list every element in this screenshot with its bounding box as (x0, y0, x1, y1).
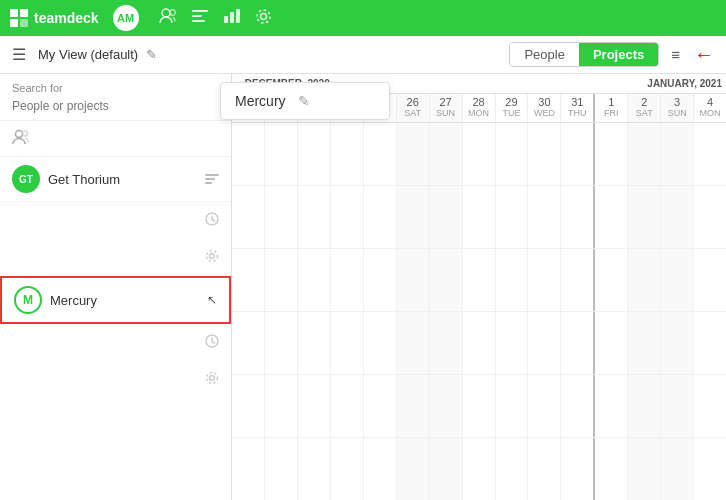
cal-cell[interactable] (331, 249, 364, 311)
cal-cell[interactable] (595, 123, 628, 185)
get-thorium-row[interactable]: GT Get Thorium (0, 157, 231, 202)
cal-cell[interactable] (561, 438, 595, 500)
cal-cell[interactable] (364, 123, 397, 185)
cal-cell[interactable] (528, 438, 561, 500)
cal-cell[interactable] (561, 186, 595, 248)
edit-view-icon[interactable]: ✎ (146, 47, 157, 62)
tab-people[interactable]: People (510, 43, 578, 66)
tooltip-edit-icon[interactable]: ✎ (298, 93, 310, 109)
cal-cell[interactable] (694, 249, 726, 311)
mercury-row[interactable]: M Mercury ↖ (0, 276, 231, 324)
cal-cell[interactable] (463, 312, 496, 374)
cal-cell[interactable] (661, 375, 694, 437)
cal-cell[interactable] (331, 123, 364, 185)
cal-cell[interactable] (463, 249, 496, 311)
cal-cell[interactable] (265, 312, 298, 374)
cal-cell[interactable] (430, 375, 463, 437)
user-avatar[interactable]: AM (113, 5, 139, 31)
cal-cell[interactable] (628, 249, 661, 311)
cal-cell[interactable] (265, 186, 298, 248)
cal-cell[interactable] (561, 123, 595, 185)
cal-cell[interactable] (430, 123, 463, 185)
cal-cell[interactable] (298, 438, 331, 500)
cal-cell[interactable] (496, 312, 529, 374)
cal-cell[interactable] (364, 249, 397, 311)
cal-cell[interactable] (561, 249, 595, 311)
cal-cell[interactable] (397, 249, 430, 311)
cal-cell[interactable] (331, 186, 364, 248)
cal-cell[interactable] (232, 375, 265, 437)
cal-cell[interactable] (496, 249, 529, 311)
cal-cell[interactable] (232, 123, 265, 185)
cal-cell[interactable] (331, 375, 364, 437)
chart-nav-icon[interactable] (223, 8, 241, 29)
cal-cell[interactable] (397, 312, 430, 374)
filter-icon[interactable]: ≡ (671, 46, 680, 63)
cal-cell[interactable] (331, 312, 364, 374)
cal-cell[interactable] (430, 312, 463, 374)
cal-cell[interactable] (463, 375, 496, 437)
cal-cell[interactable] (331, 438, 364, 500)
cal-cell[interactable] (661, 249, 694, 311)
cal-cell[interactable] (430, 186, 463, 248)
cal-cell[interactable] (430, 438, 463, 500)
cal-cell[interactable] (561, 375, 595, 437)
cal-cell[interactable] (364, 312, 397, 374)
cal-cell[interactable] (694, 123, 726, 185)
cal-cell[interactable] (595, 249, 628, 311)
cal-cell[interactable] (463, 123, 496, 185)
cal-cell[interactable] (496, 186, 529, 248)
cal-cell[interactable] (298, 186, 331, 248)
cal-cell[interactable] (298, 123, 331, 185)
cal-cell[interactable] (496, 375, 529, 437)
people-nav-icon[interactable] (159, 8, 177, 29)
cal-cell[interactable] (528, 375, 561, 437)
cal-cell[interactable] (528, 123, 561, 185)
cal-cell[interactable] (661, 312, 694, 374)
cal-cell[interactable] (232, 186, 265, 248)
cal-cell[interactable] (265, 375, 298, 437)
cal-cell[interactable] (364, 438, 397, 500)
cal-cell[interactable] (298, 375, 331, 437)
cal-cell[interactable] (265, 438, 298, 500)
cal-cell[interactable] (496, 123, 529, 185)
cal-cell[interactable] (528, 186, 561, 248)
cal-cell[interactable] (595, 375, 628, 437)
cal-cell[interactable] (528, 249, 561, 311)
cal-cell[interactable] (595, 438, 628, 500)
cal-cell[interactable] (661, 186, 694, 248)
cal-cell[interactable] (694, 312, 726, 374)
cal-cell[interactable] (265, 249, 298, 311)
cal-cell[interactable] (232, 438, 265, 500)
cal-cell[interactable] (628, 438, 661, 500)
cal-cell[interactable] (397, 123, 430, 185)
cal-cell[interactable] (265, 123, 298, 185)
cal-cell[interactable] (364, 375, 397, 437)
cal-cell[interactable] (628, 123, 661, 185)
cal-cell[interactable] (628, 312, 661, 374)
cal-cell[interactable] (298, 249, 331, 311)
cal-cell[interactable] (397, 186, 430, 248)
menu-icon[interactable]: ☰ (12, 45, 26, 64)
cal-cell[interactable] (561, 312, 595, 374)
cal-cell[interactable] (595, 186, 628, 248)
cal-cell[interactable] (397, 438, 430, 500)
search-input[interactable] (12, 99, 219, 113)
cal-cell[interactable] (628, 375, 661, 437)
tab-projects[interactable]: Projects (579, 43, 658, 66)
cal-cell[interactable] (661, 123, 694, 185)
cal-cell[interactable] (397, 375, 430, 437)
cal-cell[interactable] (364, 186, 397, 248)
cal-cell[interactable] (298, 312, 331, 374)
cal-cell[interactable] (694, 186, 726, 248)
cal-cell[interactable] (463, 438, 496, 500)
cal-cell[interactable] (430, 249, 463, 311)
cal-cell[interactable] (232, 249, 265, 311)
cal-cell[interactable] (232, 312, 265, 374)
cal-cell[interactable] (463, 186, 496, 248)
settings-nav-icon[interactable] (255, 8, 272, 29)
cal-cell[interactable] (496, 438, 529, 500)
gantt-nav-icon[interactable] (191, 8, 209, 29)
cal-cell[interactable] (694, 438, 726, 500)
cal-cell[interactable] (595, 312, 628, 374)
